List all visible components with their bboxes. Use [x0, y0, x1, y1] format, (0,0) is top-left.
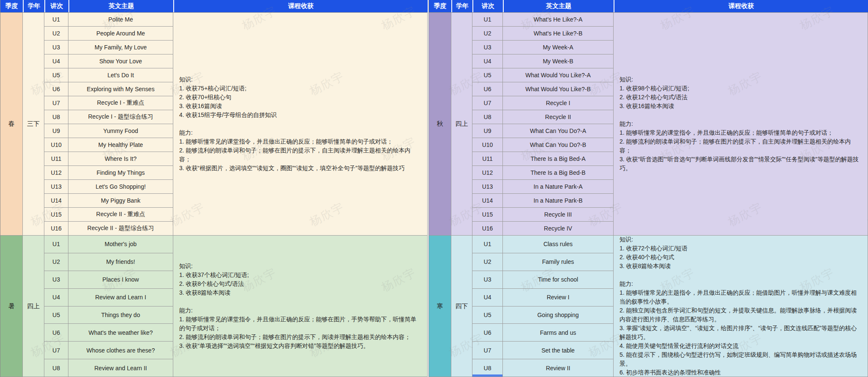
lecture-cell[interactable]: U11 — [44, 152, 68, 166]
topic-cell[interactable]: Mother's job — [68, 236, 173, 253]
grade-cell[interactable]: 三下 — [23, 13, 44, 236]
topic-cell[interactable]: Where Is It? — [68, 152, 173, 166]
header-lecture[interactable]: 讲次 — [472, 0, 503, 12]
topic-cell[interactable]: Class rules — [503, 236, 614, 253]
header-gains[interactable]: 课程收获 — [614, 0, 868, 12]
lecture-cell[interactable]: U16 — [472, 222, 503, 236]
topic-cell[interactable]: Review and Learn I — [68, 289, 173, 306]
topic-cell[interactable]: My Week-A — [503, 41, 614, 54]
lecture-cell[interactable]: U15 — [44, 208, 68, 222]
topic-cell[interactable]: Time for school — [503, 271, 614, 289]
topic-cell[interactable]: Polite Me — [68, 13, 173, 27]
topic-cell[interactable]: Let's Do It — [68, 68, 173, 82]
lecture-cell[interactable]: U16 — [44, 222, 68, 236]
topic-cell[interactable]: Family rules — [503, 253, 614, 271]
topic-cell[interactable]: My Healthy Plate — [68, 138, 173, 152]
lecture-cell[interactable]: U6 — [44, 324, 68, 342]
topic-cell[interactable]: What's He Like?-B — [503, 27, 614, 41]
lecture-cell[interactable]: U9 — [472, 124, 503, 138]
lecture-cell[interactable]: U9 — [44, 124, 68, 138]
topic-cell[interactable]: Going shopping — [503, 306, 614, 324]
lecture-cell[interactable]: U2 — [472, 27, 503, 41]
lecture-cell[interactable]: U5 — [44, 68, 68, 82]
topic-cell[interactable]: Exploring with My Senses — [68, 82, 173, 96]
lecture-cell[interactable]: U13 — [44, 180, 68, 194]
header-season[interactable]: 季度 — [429, 0, 451, 12]
lecture-cell[interactable]: U5 — [472, 306, 503, 324]
topic-cell[interactable]: What Can You Do?-B — [503, 138, 614, 152]
lecture-cell[interactable]: U12 — [472, 166, 503, 180]
topic-cell[interactable]: Review and Learn II — [68, 359, 173, 377]
lecture-cell[interactable]: U8 — [44, 110, 68, 124]
lecture-cell[interactable]: U8 — [44, 359, 68, 377]
header-topic[interactable]: 英文主题 — [68, 0, 173, 12]
season-cell[interactable]: 寒 — [429, 236, 451, 377]
topic-cell[interactable]: Recycle II — [503, 110, 614, 124]
topic-cell[interactable]: My Piggy Bank — [68, 194, 173, 208]
topic-cell[interactable]: Things they do — [68, 306, 173, 324]
gains-cell[interactable]: 知识: 1. 收获98个核心词汇/短语; 2. 收获12个核心句式/语法 3. … — [614, 13, 868, 236]
header-season[interactable]: 季度 — [0, 0, 23, 12]
lecture-cell[interactable]: U3 — [44, 41, 68, 54]
grade-cell[interactable]: 四下 — [451, 236, 472, 377]
header-topic[interactable]: 英文主题 — [503, 0, 614, 12]
lecture-cell[interactable]: U1 — [472, 236, 503, 253]
lecture-cell[interactable]: U3 — [44, 271, 68, 289]
topic-cell[interactable]: There Is a Big Bed-B — [503, 166, 614, 180]
lecture-cell[interactable]: U5 — [472, 68, 503, 82]
lecture-cell[interactable]: U12 — [44, 166, 68, 180]
header-lecture[interactable]: 讲次 — [44, 0, 68, 12]
lecture-cell[interactable]: U1 — [472, 13, 503, 27]
topic-cell[interactable]: What Can You Do?-A — [503, 124, 614, 138]
topic-cell[interactable]: There Is a Big Bed-A — [503, 152, 614, 166]
header-grade[interactable]: 学年 — [23, 0, 44, 12]
lecture-cell[interactable]: U4 — [472, 289, 503, 306]
lecture-cell[interactable]: U6 — [472, 324, 503, 342]
season-cell[interactable]: 春 — [0, 13, 23, 236]
lecture-cell[interactable]: U2 — [44, 27, 68, 41]
topic-cell[interactable]: My Family, My Love — [68, 41, 173, 54]
season-cell[interactable]: 秋 — [429, 13, 451, 236]
lecture-cell[interactable]: U7 — [44, 96, 68, 110]
lecture-cell[interactable]: U10 — [44, 138, 68, 152]
gains-cell[interactable]: 知识: 1. 收获75+核心词汇/短语; 2. 收获70+组核心句 3. 收获1… — [173, 13, 428, 236]
lecture-cell[interactable]: U1 — [44, 13, 68, 27]
topic-cell[interactable]: Set the table — [503, 342, 614, 359]
lecture-cell[interactable]: U7 — [472, 96, 503, 110]
header-gains[interactable]: 课程收获 — [173, 0, 428, 12]
topic-cell[interactable]: Yummy Food — [68, 124, 173, 138]
topic-cell[interactable]: Recycle I - 题型综合练习 — [68, 110, 173, 124]
topic-cell[interactable]: What's He Like?-A — [503, 13, 614, 27]
topic-cell[interactable]: Whose clothes are these? — [68, 342, 173, 359]
topic-cell[interactable]: Let's Go Shopping! — [68, 180, 173, 194]
topic-cell[interactable]: Farms and us — [503, 324, 614, 342]
topic-cell[interactable]: What's the weather like? — [68, 324, 173, 342]
lecture-cell[interactable]: U15 — [472, 208, 503, 222]
lecture-cell[interactable]: U1 — [44, 236, 68, 253]
lecture-cell[interactable]: U6 — [44, 82, 68, 96]
topic-cell[interactable]: Review I — [503, 289, 614, 306]
lecture-cell[interactable]: U11 — [472, 152, 503, 166]
topic-cell[interactable]: My friends! — [68, 253, 173, 271]
header-grade[interactable]: 学年 — [451, 0, 472, 12]
lecture-cell[interactable]: U4 — [44, 54, 68, 68]
lecture-cell[interactable]: U4 — [472, 54, 503, 68]
lecture-cell[interactable]: U7 — [44, 342, 68, 359]
lecture-cell[interactable]: U10 — [472, 138, 503, 152]
lecture-cell[interactable]: U4 — [44, 289, 68, 306]
topic-cell[interactable]: Review II — [503, 359, 614, 377]
lecture-cell[interactable]: U5 — [44, 306, 68, 324]
lecture-cell[interactable]: U6 — [472, 82, 503, 96]
season-cell[interactable]: 暑 — [0, 236, 23, 377]
topic-cell[interactable]: Show Your Love — [68, 54, 173, 68]
lecture-cell[interactable]: U7 — [472, 342, 503, 359]
lecture-cell[interactable]: U3 — [472, 41, 503, 54]
topic-cell[interactable]: Recycle I — [503, 96, 614, 110]
topic-cell[interactable]: People Around Me — [68, 27, 173, 41]
grade-cell[interactable]: 四上 — [23, 236, 44, 377]
gains-cell[interactable]: 知识: 1. 收获37个核心词汇/短语; 2. 收获8个核心句式/语法 3. 收… — [173, 236, 428, 377]
grade-cell[interactable]: 四上 — [451, 13, 472, 236]
topic-cell[interactable]: Finding My Things — [68, 166, 173, 180]
topic-cell[interactable]: Recycle I - 重难点 — [68, 96, 173, 110]
topic-cell[interactable]: In a Nature Park-B — [503, 194, 614, 208]
